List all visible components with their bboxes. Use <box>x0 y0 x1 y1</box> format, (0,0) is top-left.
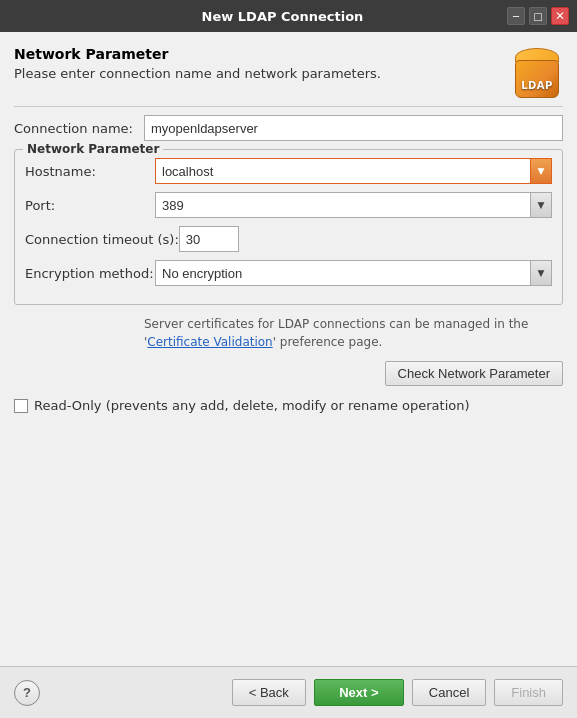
titlebar: New LDAP Connection ─ □ ✕ <box>0 0 577 32</box>
header-row: Network Parameter Please enter connectio… <box>14 46 563 98</box>
connection-name-input[interactable] <box>144 115 563 141</box>
readonly-label: Read-Only (prevents any add, delete, mod… <box>34 398 470 413</box>
cert-info: Server certificates for LDAP connections… <box>144 315 563 351</box>
hostname-chevron-icon: ▼ <box>538 167 545 176</box>
cert-info-text2: ' preference page. <box>273 335 383 349</box>
minimize-button[interactable]: ─ <box>507 7 525 25</box>
dialog-content: Network Parameter Please enter connectio… <box>0 32 577 666</box>
hostname-input[interactable] <box>155 158 530 184</box>
window-controls: ─ □ ✕ <box>507 7 569 25</box>
port-input[interactable] <box>155 192 530 218</box>
encryption-combo: ▼ <box>155 260 552 286</box>
timeout-input[interactable] <box>179 226 239 252</box>
ldap-icon: LDAP <box>511 46 563 98</box>
check-network-parameter-button[interactable]: Check Network Parameter <box>385 361 563 386</box>
ldap-icon-label: LDAP <box>521 80 553 91</box>
header-text: Network Parameter Please enter connectio… <box>14 46 381 81</box>
encryption-dropdown-button[interactable]: ▼ <box>530 260 552 286</box>
section-title: Network Parameter <box>14 46 381 62</box>
connection-name-label: Connection name: <box>14 121 144 136</box>
connection-name-row: Connection name: <box>14 115 563 141</box>
port-label: Port: <box>25 198 155 213</box>
port-row: Port: ▼ <box>25 192 552 218</box>
certificate-validation-link[interactable]: Certificate Validation <box>147 335 272 349</box>
port-dropdown-button[interactable]: ▼ <box>530 192 552 218</box>
encryption-label: Encryption method: <box>25 266 155 281</box>
timeout-row: Connection timeout (s): <box>25 226 552 252</box>
dialog-title: New LDAP Connection <box>58 9 507 24</box>
ldap-icon-body: LDAP <box>515 60 559 98</box>
cert-info-text1: Server certificates for LDAP connections… <box>144 317 528 331</box>
hostname-row: Hostname: ▼ <box>25 158 552 184</box>
help-button[interactable]: ? <box>14 680 40 706</box>
maximize-button[interactable]: □ <box>529 7 547 25</box>
readonly-row: Read-Only (prevents any add, delete, mod… <box>14 398 563 413</box>
network-parameter-group: Network Parameter Hostname: ▼ Port: ▼ <box>14 149 563 305</box>
network-parameter-legend: Network Parameter <box>23 142 163 156</box>
timeout-label: Connection timeout (s): <box>25 232 179 247</box>
encryption-row: Encryption method: ▼ <box>25 260 552 286</box>
check-btn-row: Check Network Parameter <box>14 361 563 386</box>
divider <box>14 106 563 107</box>
close-button[interactable]: ✕ <box>551 7 569 25</box>
port-chevron-icon: ▼ <box>538 201 545 210</box>
port-combo: ▼ <box>155 192 552 218</box>
readonly-checkbox[interactable] <box>14 399 28 413</box>
back-button[interactable]: < Back <box>232 679 306 706</box>
finish-button[interactable]: Finish <box>494 679 563 706</box>
hostname-label: Hostname: <box>25 164 155 179</box>
hostname-dropdown-button[interactable]: ▼ <box>530 158 552 184</box>
hostname-combo: ▼ <box>155 158 552 184</box>
section-subtitle: Please enter connection name and network… <box>14 66 381 81</box>
bottom-bar: ? < Back Next > Cancel Finish <box>0 666 577 718</box>
next-button[interactable]: Next > <box>314 679 404 706</box>
cancel-button[interactable]: Cancel <box>412 679 486 706</box>
encryption-input[interactable] <box>155 260 530 286</box>
encryption-chevron-icon: ▼ <box>538 269 545 278</box>
